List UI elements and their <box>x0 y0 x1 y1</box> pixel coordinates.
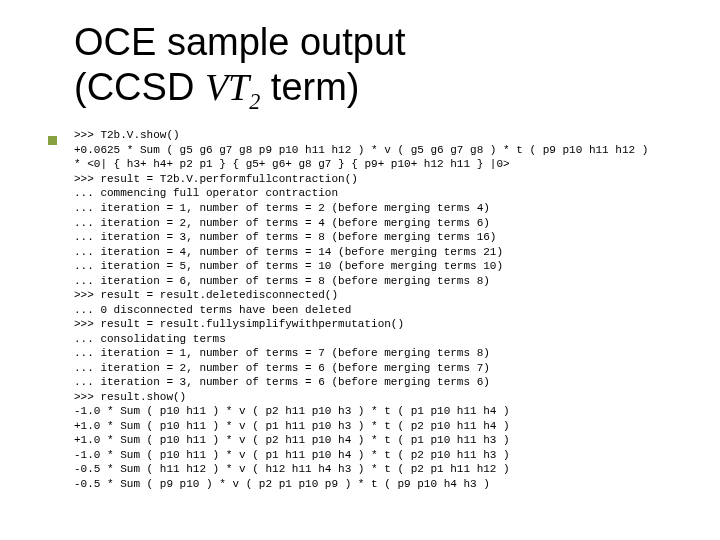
code-line: +1.0 * Sum ( p10 h11 ) * v ( p2 h11 p10 … <box>74 434 510 446</box>
code-line: ... 0 disconnected terms have been delet… <box>74 304 351 316</box>
title-sub: 2 <box>249 88 260 113</box>
code-line: ... iteration = 1, number of terms = 2 (… <box>74 202 490 214</box>
title-line2-post: term) <box>260 66 359 108</box>
code-line: -1.0 * Sum ( p10 h11 ) * v ( p1 h11 p10 … <box>74 449 510 461</box>
title-vt: VT <box>205 66 249 108</box>
code-line: >>> T2b.V.show() <box>74 129 180 141</box>
code-line: >>> result = result.fullysimplifywithper… <box>74 318 404 330</box>
code-line: ... iteration = 2, number of terms = 6 (… <box>74 362 490 374</box>
code-line: >>> result = result.deletedisconnected() <box>74 289 338 301</box>
code-line: -1.0 * Sum ( p10 h11 ) * v ( p2 h11 p10 … <box>74 405 510 417</box>
code-line: ... iteration = 5, number of terms = 10 … <box>74 260 503 272</box>
code-line: ... iteration = 3, number of terms = 6 (… <box>74 376 490 388</box>
title-line1: OCE sample output <box>74 21 406 63</box>
code-line: * <0| { h3+ h4+ p2 p1 } { g5+ g6+ g8 g7 … <box>74 158 510 170</box>
code-line: +0.0625 * Sum ( g5 g6 g7 g8 p9 p10 h11 h… <box>74 144 648 156</box>
code-line: ... consolidating terms <box>74 333 226 345</box>
code-line: +1.0 * Sum ( p10 h11 ) * v ( p1 h11 p10 … <box>74 420 510 432</box>
code-line: >>> result.show() <box>74 391 186 403</box>
code-line: >>> result = T2b.V.performfullcontractio… <box>74 173 358 185</box>
code-line: -0.5 * Sum ( p9 p10 ) * v ( p2 p1 p10 p9… <box>74 478 490 490</box>
code-line: ... iteration = 4, number of terms = 14 … <box>74 246 503 258</box>
code-line: ... iteration = 6, number of terms = 8 (… <box>74 275 490 287</box>
slide-title: OCE sample output (CCSD VT2 term) <box>74 20 702 114</box>
title-line2-pre: (CCSD <box>74 66 205 108</box>
code-line: ... iteration = 3, number of terms = 8 (… <box>74 231 496 243</box>
bullet-square <box>48 136 57 145</box>
code-line: ... iteration = 1, number of terms = 7 (… <box>74 347 490 359</box>
code-line: ... commencing full operator contraction <box>74 187 338 199</box>
code-block: >>> T2b.V.show() +0.0625 * Sum ( g5 g6 g… <box>74 128 702 491</box>
code-line: -0.5 * Sum ( h11 h12 ) * v ( h12 h11 h4 … <box>74 463 510 475</box>
code-line: ... iteration = 2, number of terms = 4 (… <box>74 217 490 229</box>
